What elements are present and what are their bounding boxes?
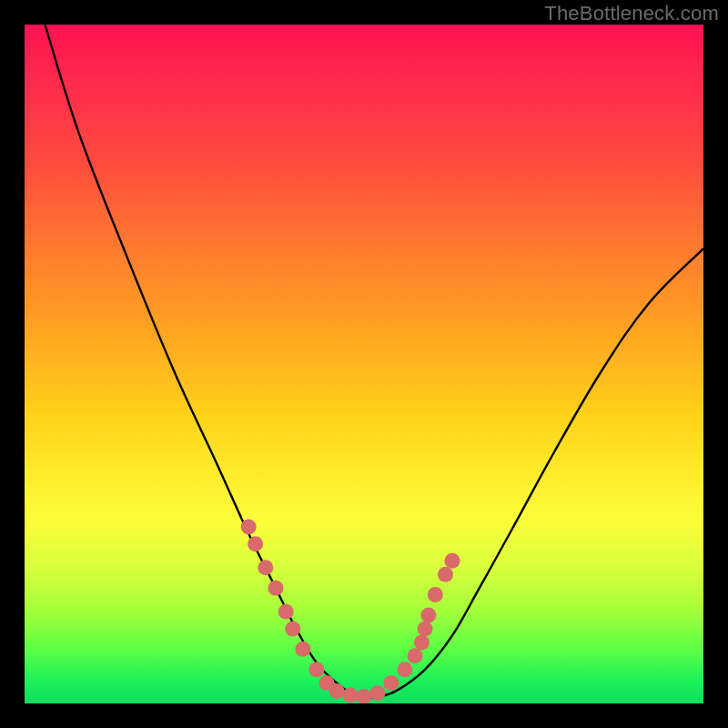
chart-frame: TheBottleneck.com (0, 0, 728, 728)
curve-path-group (45, 25, 703, 698)
marker-dot (414, 634, 430, 650)
chart-svg (25, 25, 703, 703)
marker-dot (357, 689, 372, 703)
marker-dot (295, 642, 310, 657)
marker-dot (258, 560, 273, 575)
marker-dot (248, 536, 263, 551)
curve-path (45, 25, 703, 698)
marker-dot (285, 621, 300, 636)
marker-dot (369, 685, 385, 701)
marker-dot (268, 581, 284, 596)
marker-dot (428, 587, 443, 602)
marker-dot (241, 520, 257, 535)
marker-dot (397, 662, 412, 677)
watermark-text: TheBottleneck.com (544, 2, 719, 25)
plot-area (25, 25, 703, 703)
marker-dot (438, 567, 453, 582)
marker-dot (383, 675, 399, 691)
marker-dot (308, 662, 324, 677)
markers-group (241, 520, 460, 704)
marker-dot (407, 648, 422, 663)
marker-dot (418, 621, 433, 636)
marker-dot (445, 553, 460, 569)
marker-dot (278, 604, 294, 620)
marker-dot (329, 683, 345, 699)
marker-dot (343, 688, 359, 703)
marker-dot (420, 608, 436, 623)
